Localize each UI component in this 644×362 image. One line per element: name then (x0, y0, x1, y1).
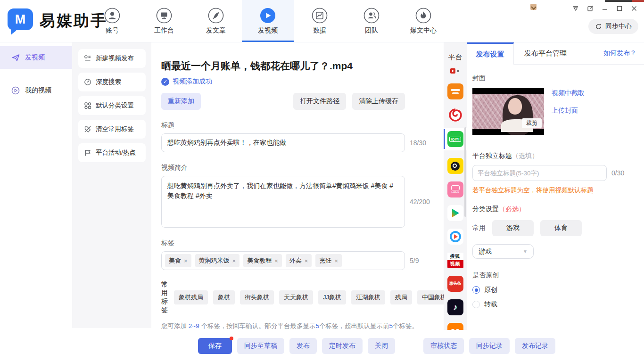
iqiyi-logo-text: iQIYI (449, 137, 461, 142)
tag-chip[interactable]: 烹饪× (315, 254, 342, 267)
topnav-publish-video-label: 发视频 (258, 26, 278, 35)
sidebar-item-publish-video[interactable]: 发视频 (0, 46, 72, 69)
close-editor-button[interactable]: 关闭 (368, 338, 395, 354)
clear-upload-cache-button[interactable]: 清除上传缓存 (352, 93, 405, 110)
review-status-button[interactable]: 审核状态 (423, 338, 464, 354)
common-tag-chip[interactable]: 残局 (390, 290, 412, 304)
tag-remove-icon[interactable]: × (334, 257, 338, 264)
new-video-publish-button[interactable]: 新建视频发布 (78, 49, 146, 68)
how-to-publish-link[interactable]: 如何发布？ (603, 49, 636, 58)
close-button[interactable] (630, 4, 638, 13)
tag-remove-icon[interactable]: × (274, 257, 278, 264)
platform-sohu-video-icon[interactable]: 搜狐 视频 (447, 252, 463, 268)
common-tag-chip[interactable]: 象棋残局 (174, 290, 208, 304)
radio-original[interactable]: 原创 (472, 286, 638, 294)
radio-repost[interactable]: 转载 (472, 300, 638, 309)
title-field-label: 标题 (161, 121, 444, 130)
category-sports-button[interactable]: 体育 (540, 220, 582, 236)
open-file-path-button[interactable]: 打开文件路径 (293, 93, 346, 110)
crop-cover-button[interactable]: 裁剪 (522, 118, 542, 128)
publish-button[interactable]: 发布 (289, 338, 317, 354)
topnav-data[interactable]: 数据 (294, 0, 346, 42)
tags-input[interactable]: 美食× 黄焖鸡米饭× 美食教程× 外卖× 烹饪× (161, 251, 405, 270)
tab-platform-management[interactable]: 发布平台管理 (514, 42, 577, 64)
independent-title-label-row: 平台独立标题（选填） (472, 152, 638, 160)
platform-youku-icon[interactable] (447, 229, 463, 245)
platform-kuaishou-icon[interactable] (447, 323, 463, 330)
description-textarea[interactable]: 想吃黄焖鸡别再点外卖了，我们在家也能做，方法很简单#黄焖鸡米饭 #美食 #美食教… (161, 176, 405, 228)
topnav-data-label: 数据 (313, 26, 326, 35)
hint-text: 个标签。 (393, 322, 418, 329)
unsaved-dot-badge (230, 337, 233, 340)
platform-huitoutiao-icon[interactable]: 惠头条 (447, 276, 463, 292)
minimize-icon (601, 5, 609, 12)
platform-iqiyi-icon[interactable]: iQIYI (447, 131, 463, 147)
maximize-button[interactable] (615, 4, 624, 13)
tag-remove-icon[interactable]: × (184, 257, 188, 264)
save-button[interactable]: 保存 (198, 338, 232, 354)
clear-common-tags-button[interactable]: 清空常用标签 (78, 120, 146, 139)
topnav-account[interactable]: 账号 (86, 0, 138, 42)
platform-ifeng-icon[interactable] (447, 107, 463, 123)
data-chart-icon (312, 8, 328, 24)
topnav-workbench[interactable]: 工作台 (138, 0, 190, 42)
tray-plugin-icon[interactable] (530, 4, 537, 10)
tag-remove-icon[interactable]: × (305, 257, 308, 264)
platform-douyin-icon[interactable]: ♪ (447, 299, 463, 315)
upload-cover-link[interactable]: 上传封面 (552, 107, 585, 115)
independent-title-input[interactable] (472, 165, 607, 181)
cover-section-label: 封面 (472, 74, 638, 82)
topnav-hot-center[interactable]: 爆文中心 (397, 0, 449, 42)
deep-search-button[interactable]: 深度搜索 (78, 73, 146, 91)
sidebar-item-my-videos[interactable]: 我的视频 (0, 79, 72, 102)
independent-title-label: 平台独立标题 (472, 152, 512, 159)
common-tag-chip[interactable]: 江湖象棋 (351, 290, 385, 304)
topnav-publish-article[interactable]: 发文章 (190, 0, 242, 42)
category-select[interactable]: 游戏 ▼ (472, 244, 534, 259)
platform-activity-button[interactable]: 平台活动/热点 (78, 143, 146, 162)
tag-chip[interactable]: 美食× (165, 254, 191, 267)
sync-center-button[interactable]: 同步中心 (588, 19, 638, 34)
tags-field-row: 美食× 黄焖鸡米饭× 美食教程× 外卖× 烹饪× 5/9 (161, 251, 444, 270)
common-tag-chip[interactable]: 天天象棋 (279, 290, 313, 304)
platform-yellow-disc-icon[interactable] (447, 158, 463, 174)
platform-orange-media-icon[interactable] (447, 83, 463, 99)
default-category-settings-button[interactable]: 默认分类设置 (78, 96, 146, 115)
account-icon (104, 8, 120, 24)
category-game-button[interactable]: 游戏 (492, 220, 534, 236)
topnav-team[interactable]: 团队 (346, 0, 397, 42)
sync-log-button[interactable]: 同步记录 (469, 338, 510, 354)
capture-from-video-link[interactable]: 视频中截取 (552, 89, 585, 98)
platform-tencent-video-icon[interactable] (447, 205, 463, 221)
minimize-button[interactable] (601, 4, 609, 13)
common-tag-chip[interactable]: JJ象棋 (318, 290, 346, 304)
radio-repost-control[interactable] (472, 301, 480, 308)
common-tag-chip[interactable]: 街头象棋 (240, 290, 274, 304)
feedback-button[interactable] (586, 4, 594, 13)
re-add-button[interactable]: 重新添加 (161, 93, 201, 110)
common-tag-chip[interactable]: 象棋 (213, 290, 235, 304)
sync-to-draft-button[interactable]: 同步至草稿 (237, 338, 284, 354)
video-file-title: 晒最近一个月账单，钱都花在哪儿了？.mp4 (161, 59, 425, 73)
publish-log-button[interactable]: 发布记录 (515, 338, 555, 354)
tag-chip[interactable]: 外卖× (286, 254, 312, 267)
radio-original-control[interactable] (472, 286, 480, 294)
tag-chip-label: 美食教程 (247, 256, 272, 265)
topnav-account-label: 账号 (106, 26, 119, 35)
schedule-publish-button[interactable]: 定时发布 (322, 338, 363, 354)
tag-chip[interactable]: 黄焖鸡米饭× (195, 254, 240, 267)
mini-platform-badge-icon[interactable] (450, 67, 461, 76)
hide-window-button[interactable] (571, 4, 580, 13)
tag-remove-icon[interactable]: × (232, 257, 236, 264)
platform-rail-scrollbar[interactable] (464, 127, 466, 217)
tab-publish-settings[interactable]: 发布设置 (467, 42, 514, 65)
platform-activity-label: 平台活动/热点 (96, 148, 136, 157)
title-input[interactable] (161, 133, 405, 152)
hint-number: 5 (389, 322, 393, 329)
success-check-icon: ✓ (161, 78, 169, 86)
sohu-logo-text-top: 搜狐 (447, 253, 463, 260)
topnav-publish-video[interactable]: 发视频 (242, 0, 294, 42)
platform-bilibili-icon[interactable]: bilibili (447, 181, 463, 197)
category-select-value: 游戏 (479, 247, 492, 256)
tag-chip[interactable]: 美食教程× (243, 254, 282, 267)
